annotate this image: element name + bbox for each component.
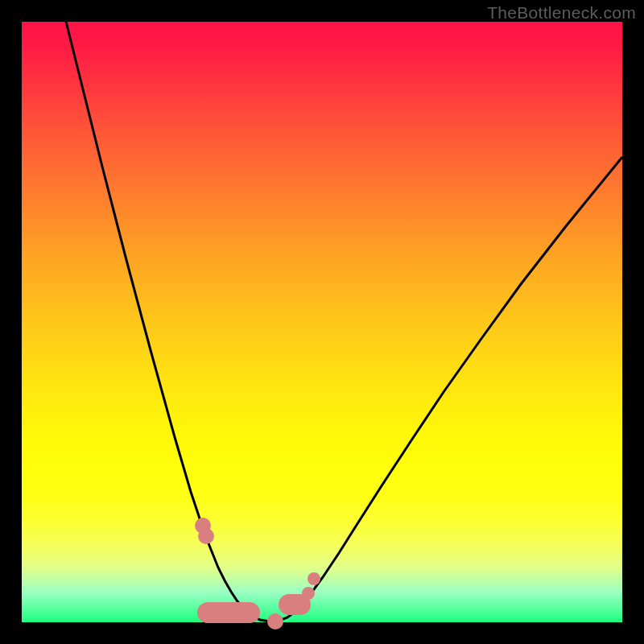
plot-area xyxy=(22,22,622,622)
gradient-background xyxy=(22,22,622,622)
watermark-text: TheBottleneck.com xyxy=(487,3,636,23)
chart-stage: TheBottleneck.com xyxy=(0,0,644,644)
